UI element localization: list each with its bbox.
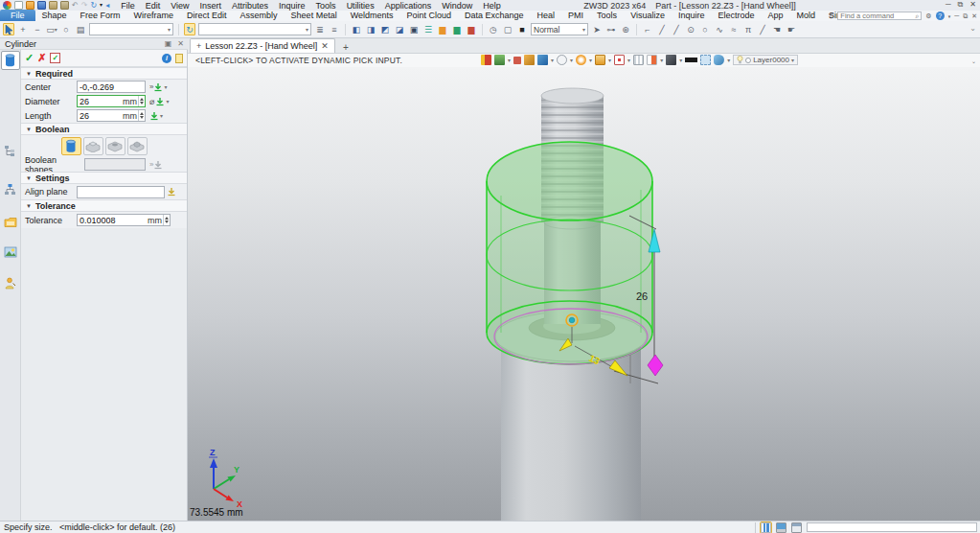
ribbon-tab-file[interactable]: File — [0, 10, 35, 21]
dropdown-caret-icon[interactable]: ▾ — [660, 57, 663, 63]
add-entity-icon[interactable]: + — [17, 23, 29, 35]
texture-box-icon[interactable] — [595, 55, 605, 65]
visual-manager-tab[interactable] — [1, 243, 20, 262]
direction-handle-arrow[interactable] — [648, 355, 663, 376]
point-snap5-icon[interactable]: ▣ — [408, 23, 420, 35]
ribbon-tab-electrode[interactable]: Electrode — [712, 10, 762, 21]
save-icon[interactable] — [37, 1, 46, 10]
boolean-add-button[interactable] — [83, 137, 103, 155]
arc-icon[interactable]: π — [742, 23, 754, 35]
curve-icon[interactable]: ≈ — [728, 23, 740, 35]
menu-tools[interactable]: Tools — [316, 1, 336, 11]
layer-list-icon[interactable]: ☰ — [422, 23, 434, 35]
required-section-header[interactable]: ▼ Required — [21, 67, 187, 80]
collapse-ribbon-icon[interactable]: ◂ — [105, 1, 109, 10]
help-icon[interactable]: ? — [936, 12, 945, 20]
ribbon-tab-app[interactable]: App — [762, 10, 790, 21]
ribbon-tab-pmi[interactable]: PMI — [561, 10, 590, 21]
dropdown-caret-icon[interactable]: ▾ — [508, 57, 511, 63]
layer-manager-tab[interactable] — [1, 213, 20, 232]
drag-hand-icon[interactable]: ☚ — [771, 23, 783, 35]
qat-dropdown-icon[interactable]: ▾ — [100, 1, 103, 10]
model-scene[interactable]: 26 13 — [188, 67, 980, 521]
length-input[interactable] — [80, 111, 123, 121]
dropdown-caret-icon[interactable]: ▾ — [570, 57, 573, 63]
circle2-icon[interactable]: ○ — [699, 23, 711, 35]
input-options-icon[interactable] — [149, 111, 159, 121]
help-dropdown-icon[interactable]: ▾ — [948, 13, 951, 19]
chart-panel-icon[interactable] — [761, 522, 771, 533]
canvas-3d[interactable]: 26 13 — [188, 67, 980, 521]
diameter-input[interactable] — [80, 97, 123, 106]
ribbon-tab-visualize[interactable]: Visualize — [624, 10, 672, 21]
point-snap2-icon[interactable]: ◨ — [365, 23, 376, 35]
menu-edit[interactable]: Edit — [146, 1, 161, 11]
boolean-base-button[interactable] — [61, 137, 81, 155]
cancel-button[interactable]: ✗ — [37, 53, 46, 63]
ribbon-tab-shape[interactable]: Shape — [35, 10, 74, 21]
circle-center-icon[interactable]: ⊙ — [685, 23, 696, 35]
tolerance-input[interactable] — [80, 216, 148, 225]
remove-entity-icon[interactable]: − — [32, 23, 43, 35]
ribbon-tab-free-form[interactable]: Free Form — [74, 10, 127, 21]
list-filter-icon[interactable]: ≣ — [314, 23, 326, 35]
tolerance-spinner[interactable] — [163, 215, 170, 225]
center-input[interactable] — [80, 82, 145, 92]
list-filter2-icon[interactable]: ≡ — [329, 23, 340, 35]
dropdown-caret-icon[interactable]: ▾ — [627, 57, 630, 63]
menu-window[interactable]: Window — [442, 1, 472, 11]
ribbon-tab-direct-edit[interactable]: Direct Edit — [180, 10, 234, 21]
spline-icon[interactable]: ∿ — [714, 23, 725, 35]
panel-pin-icon[interactable]: ▣ — [165, 39, 172, 48]
ribbon-options-icon[interactable]: ▽ — [829, 12, 833, 20]
panel-close-icon[interactable]: ✕ — [177, 39, 184, 48]
info-icon[interactable]: i — [162, 54, 171, 63]
search-icon[interactable]: ⌕ — [915, 12, 919, 20]
menu-utilities[interactable]: Utilities — [347, 1, 375, 11]
input-options-caret-icon[interactable]: ▾ — [164, 83, 167, 90]
select-arrow-icon[interactable] — [3, 23, 14, 35]
save-all-icon[interactable] — [60, 1, 69, 10]
document-tab-active[interactable]: + Lesson 22.Z3 - [Hand Wheel] ✕ — [190, 38, 335, 53]
window-panel-icon[interactable] — [791, 522, 802, 533]
status-input-field[interactable] — [807, 522, 977, 532]
menu-applications[interactable]: Applications — [385, 1, 432, 11]
minimize-icon[interactable]: ─ — [946, 0, 951, 10]
ribbon-tab-data-exchange[interactable]: Data Exchange — [458, 10, 531, 21]
menu-inquire[interactable]: Inquire — [279, 1, 306, 11]
menu-insert[interactable]: Insert — [200, 1, 222, 11]
ribbon-close-icon[interactable]: ✕ — [971, 12, 977, 20]
clip-plane-icon[interactable] — [647, 55, 657, 65]
length-spinner[interactable] — [138, 110, 145, 121]
dropdown-caret-icon[interactable]: ▾ — [589, 57, 592, 63]
ribbon-tab-inquire[interactable]: Inquire — [672, 10, 712, 21]
boolean-intersect-button[interactable] — [127, 137, 148, 155]
redo-icon[interactable]: ↷ — [81, 1, 88, 10]
cylinder-preview[interactable] — [487, 142, 652, 364]
close-icon[interactable]: ✕ — [969, 0, 976, 10]
viewport-toolbar-overflow-icon[interactable]: ⌄ — [971, 58, 976, 64]
regen-icon[interactable]: ↻ — [90, 1, 97, 10]
expand-chevrons-icon[interactable]: » — [149, 82, 152, 91]
diameter-spinner[interactable] — [138, 96, 145, 106]
menu-help[interactable]: Help — [483, 1, 501, 11]
dropdown-caret-icon[interactable]: ▾ — [727, 57, 730, 63]
pick-arrow-icon[interactable]: ➤ — [591, 23, 603, 35]
monitor-icon[interactable] — [776, 522, 786, 533]
ribbon-restore-icon[interactable]: ⧉ — [963, 12, 968, 20]
pick-target-icon[interactable]: ↻ — [184, 23, 195, 35]
folder-orange-icon[interactable]: ▆ — [437, 23, 448, 35]
settings-section-header[interactable]: ▼ Settings — [21, 172, 187, 184]
input-options-caret-icon[interactable]: ▾ — [166, 98, 169, 104]
restore-icon[interactable]: ⧉ — [958, 0, 964, 10]
expand-chevrons-icon[interactable]: » — [149, 160, 152, 169]
corner-line-icon[interactable]: ⌐ — [642, 23, 653, 35]
point-snap1-icon[interactable]: ◧ — [351, 23, 362, 35]
tab-close-icon[interactable]: ✕ — [321, 41, 329, 51]
ribbon-tab-mold[interactable]: Mold — [790, 10, 823, 21]
ribbon-minimize-icon[interactable]: ─ — [954, 12, 959, 19]
folder-teal-icon[interactable]: ▆ — [451, 23, 463, 35]
render-flower-icon[interactable] — [576, 55, 586, 65]
align-plane-pick-icon[interactable] — [167, 187, 176, 197]
frame-dropdown-icon[interactable]: ▭▾ — [46, 23, 57, 35]
